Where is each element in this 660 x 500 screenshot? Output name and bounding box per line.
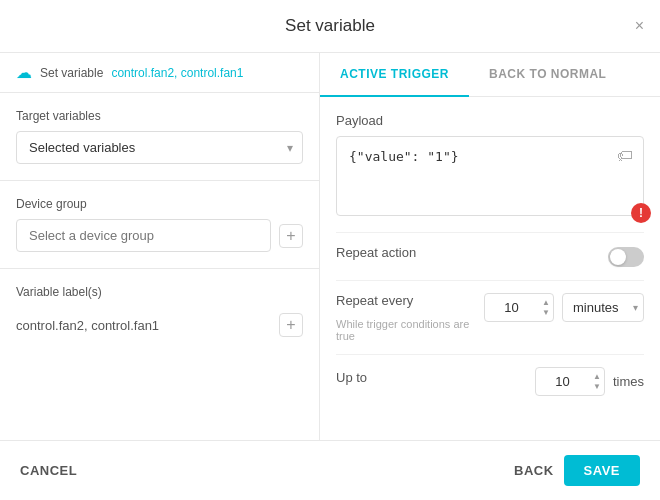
tab-active-trigger[interactable]: Active Trigger <box>320 53 469 97</box>
tab-back-to-normal[interactable]: Back to Normal <box>469 53 626 97</box>
variable-labels-label: Variable label(s) <box>16 285 303 299</box>
footer-left: CANCEL <box>20 463 77 478</box>
repeat-every-spinners: ▲ ▼ <box>540 298 552 318</box>
payload-code: {"value": "1"} <box>349 149 459 164</box>
modal-header: Set variable × <box>0 0 660 53</box>
variable-labels-section: Variable label(s) control.fan2, control.… <box>0 269 319 359</box>
left-panel: ☁ Set variable control.fan2, control.fan… <box>0 53 320 440</box>
up-to-down[interactable]: ▼ <box>591 382 603 392</box>
variable-tag-row: control.fan2, control.fan1 + <box>16 307 303 343</box>
repeat-every-up[interactable]: ▲ <box>540 298 552 308</box>
modal: Set variable × ☁ Set variable control.fa… <box>0 0 660 500</box>
repeat-action-row: Repeat action <box>336 232 644 280</box>
repeat-every-unit-select[interactable]: minutes hours days <box>562 293 644 322</box>
repeat-every-row: Repeat every While trigger conditions ar… <box>336 280 644 354</box>
toggle-knob <box>610 249 626 265</box>
unit-select-wrapper: minutes hours days ▾ <box>562 293 644 322</box>
up-to-spinners: ▲ ▼ <box>591 372 603 392</box>
target-variables-label: Target variables <box>16 109 303 123</box>
target-variables-wrapper: Selected variables ▾ <box>16 131 303 164</box>
repeat-every-sublabel: While trigger conditions are true <box>336 318 484 342</box>
up-to-row: Up to ▲ ▼ times <box>336 354 644 408</box>
close-button[interactable]: × <box>635 18 644 34</box>
back-button[interactable]: BACK <box>514 463 554 478</box>
repeat-every-input-wrapper: ▲ ▼ <box>484 293 554 322</box>
tabs: Active Trigger Back to Normal <box>320 53 660 97</box>
cloud-icon: ☁ <box>16 63 32 82</box>
device-group-label: Device group <box>16 197 303 211</box>
device-group-input[interactable] <box>16 219 271 252</box>
repeat-action-toggle[interactable] <box>608 247 644 267</box>
repeat-every-controls: ▲ ▼ minutes hours days ▾ <box>484 293 644 322</box>
up-to-controls: ▲ ▼ times <box>535 367 644 396</box>
payload-box: {"value": "1"} 🏷 ! <box>336 136 644 216</box>
device-group-wrapper: + <box>16 219 303 252</box>
variable-tag-text: control.fan2, control.fan1 <box>16 318 159 333</box>
device-group-add-button[interactable]: + <box>279 224 303 248</box>
up-to-label: Up to <box>336 370 367 385</box>
right-panel: Active Trigger Back to Normal Payload {"… <box>320 53 660 440</box>
device-group-section: Device group + <box>0 181 319 269</box>
footer-right: BACK SAVE <box>514 455 640 486</box>
up-to-up[interactable]: ▲ <box>591 372 603 382</box>
set-variable-label: Set variable <box>40 66 103 80</box>
up-to-input-wrapper: ▲ ▼ <box>535 367 605 396</box>
set-variable-value: control.fan2, control.fan1 <box>111 66 243 80</box>
repeat-every-down[interactable]: ▼ <box>540 308 552 318</box>
modal-title: Set variable <box>285 16 375 35</box>
repeat-every-label: Repeat every <box>336 293 484 308</box>
modal-body: ☁ Set variable control.fan2, control.fan… <box>0 53 660 440</box>
target-variables-section: Target variables Selected variables ▾ <box>0 93 319 181</box>
set-variable-bar: ☁ Set variable control.fan2, control.fan… <box>0 53 319 93</box>
up-to-unit: times <box>613 374 644 389</box>
payload-tag-icon: 🏷 <box>617 147 633 165</box>
repeat-action-label: Repeat action <box>336 245 416 260</box>
cancel-button[interactable]: CANCEL <box>20 463 77 478</box>
repeat-every-label-group: Repeat every While trigger conditions ar… <box>336 293 484 342</box>
variable-label-add-button[interactable]: + <box>279 313 303 337</box>
payload-error-badge: ! <box>631 203 651 223</box>
right-content: Payload {"value": "1"} 🏷 ! Repeat action <box>320 97 660 440</box>
save-button[interactable]: SAVE <box>564 455 640 486</box>
modal-footer: CANCEL BACK SAVE <box>0 440 660 500</box>
payload-label: Payload <box>336 113 644 128</box>
target-variables-select[interactable]: Selected variables <box>16 131 303 164</box>
